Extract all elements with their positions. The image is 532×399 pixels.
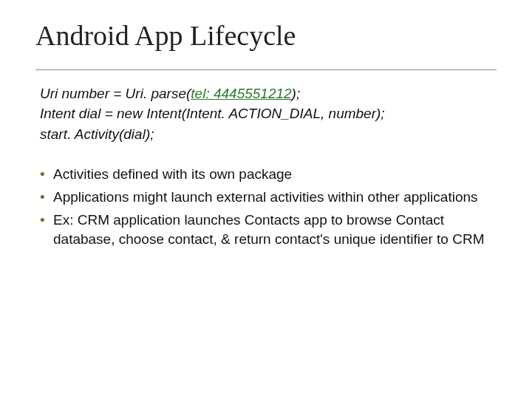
slide-title: Android App Lifecycle bbox=[35, 21, 497, 52]
bullet-list: Activities defined with its own package … bbox=[35, 165, 497, 249]
code-line-2: Intent dial = new Intent(Intent. ACTION_… bbox=[40, 103, 497, 124]
slide: Android App Lifecycle Uri number = Uri. … bbox=[0, 0, 532, 399]
bullet-item: Ex: CRM application launches Contacts ap… bbox=[40, 211, 497, 250]
code-line-1-post: ); bbox=[292, 86, 301, 101]
code-line-1-pre: Uri number = Uri. parse( bbox=[40, 86, 191, 101]
code-line-3: start. Activity(dial); bbox=[40, 124, 497, 145]
title-rule bbox=[35, 69, 497, 70]
tel-link[interactable]: tel: 4445551212 bbox=[191, 86, 291, 101]
bullet-item: Activities defined with its own package bbox=[40, 165, 497, 185]
bullet-item: Applications might launch external activ… bbox=[40, 188, 497, 208]
code-block: Uri number = Uri. parse(tel: 4445551212)… bbox=[40, 83, 497, 145]
code-line-1: Uri number = Uri. parse(tel: 4445551212)… bbox=[40, 83, 497, 104]
